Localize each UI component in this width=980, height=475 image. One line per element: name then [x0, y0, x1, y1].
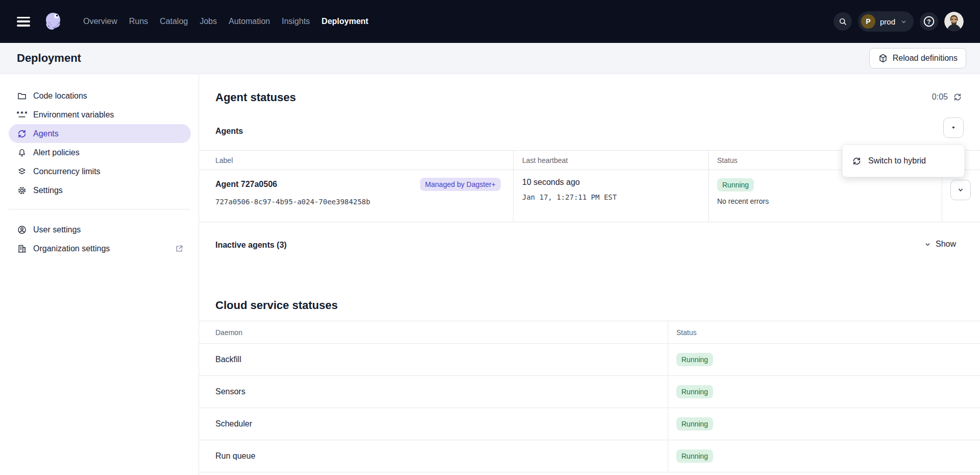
daemon-name: Scheduler	[199, 419, 668, 429]
cloud-table-header: Daemon Status	[199, 321, 980, 344]
daemon-status-badge: Running	[676, 449, 713, 463]
sidebar-item-agents[interactable]: Agents	[9, 124, 191, 143]
dagster-deployment-page: Overview Runs Catalog Jobs Automation In…	[0, 0, 980, 475]
refresh-countdown: 0:05	[932, 92, 948, 102]
deployment-initial-badge: P	[861, 14, 875, 29]
agents-actions-menu-button[interactable]	[943, 117, 964, 138]
daemon-name: Backfill	[199, 355, 668, 364]
agent-row: Agent 727a0506 Managed by Dagster+ 727a0…	[199, 170, 980, 222]
nav-link-overview[interactable]: Overview	[83, 17, 117, 26]
svg-text:?: ?	[927, 18, 930, 26]
column-header-label: Label	[199, 151, 513, 170]
agent-status-badge: Running	[717, 178, 754, 192]
menu-item-switch-to-hybrid[interactable]: Switch to hybrid	[843, 145, 964, 177]
sidebar-item-label: Code locations	[33, 91, 87, 101]
agents-actions-dropdown: Switch to hybrid	[842, 145, 965, 177]
codebase-cube-icon	[878, 53, 888, 63]
sidebar-item-label: Settings	[33, 186, 63, 195]
inactive-agents-heading: Inactive agents (3)	[215, 241, 287, 250]
chevron-down-icon	[924, 241, 932, 248]
agent-icon	[17, 129, 27, 139]
refresh-icon[interactable]	[953, 92, 962, 102]
sidebar-item-organization-settings[interactable]: Organization settings	[9, 239, 191, 258]
nav-link-insights[interactable]: Insights	[282, 17, 310, 26]
show-label: Show	[936, 240, 956, 249]
sidebar-item-label: Organization settings	[33, 244, 110, 253]
sidebar-item-label: Concurrency limits	[33, 167, 101, 176]
navbar-right-cluster: P prod ?	[834, 0, 964, 43]
page-title: Deployment	[17, 52, 81, 65]
daemon-name: Sensors	[199, 387, 668, 396]
sidebar-item-label: Alert policies	[33, 148, 80, 157]
sidebar-item-label: Environment variables	[33, 110, 114, 120]
daemon-row-backfill: Backfill Running	[199, 344, 980, 376]
user-icon	[17, 225, 27, 235]
dagster-logo-icon[interactable]	[42, 10, 65, 33]
hamburger-menu-icon[interactable]	[17, 17, 30, 27]
bell-icon	[17, 148, 27, 158]
sidebar-item-alert-policies[interactable]: Alert policies	[9, 143, 191, 162]
sidebar-item-code-locations[interactable]: Code locations	[9, 86, 191, 105]
agent-row-menu-button[interactable]	[950, 180, 971, 200]
daemon-row-run-queue: Run queue Running	[199, 440, 980, 472]
agent-name: Agent 727a0506	[215, 180, 277, 189]
user-avatar[interactable]	[944, 12, 964, 31]
sidebar-item-concurrency-limits[interactable]: Concurrency limits	[9, 162, 191, 181]
search-icon	[838, 17, 847, 26]
deployment-name: prod	[880, 17, 895, 26]
daemon-status-badge: Running	[676, 353, 713, 366]
column-header-status: Status	[668, 321, 980, 343]
sidebar-divider	[9, 209, 190, 209]
column-header-daemon: Daemon	[199, 328, 668, 337]
cloud-service-statuses-title: Cloud service statuses	[215, 299, 338, 312]
nav-link-deployment[interactable]: Deployment	[322, 17, 369, 26]
agent-statuses-title: Agent statuses	[215, 91, 296, 104]
nav-link-automation[interactable]: Automation	[229, 17, 270, 26]
building-icon	[17, 244, 27, 254]
sidebar-item-label: Agents	[33, 129, 59, 138]
cloud-services-table: Daemon Status Backfill Running Sensors R…	[199, 321, 980, 472]
gear-icon	[17, 185, 27, 196]
refresh-timer: 0:05	[932, 92, 962, 102]
user-avatar-photo	[944, 12, 964, 31]
help-icon: ?	[922, 15, 936, 28]
reload-definitions-button[interactable]: Reload definitions	[869, 48, 966, 68]
primary-nav: Overview Runs Catalog Jobs Automation In…	[83, 17, 369, 26]
chevron-down-icon	[957, 186, 965, 194]
help-button[interactable]: ?	[920, 12, 938, 31]
deployment-switcher[interactable]: P prod	[858, 11, 914, 32]
agent-icon	[852, 156, 862, 166]
nav-link-catalog[interactable]: Catalog	[160, 17, 188, 26]
daemon-row-scheduler: Scheduler Running	[199, 408, 980, 440]
nav-link-runs[interactable]: Runs	[129, 17, 148, 26]
daemon-row-sensors: Sensors Running	[199, 376, 980, 408]
chevron-down-icon	[900, 18, 908, 26]
main-content: Agent statuses 0:05 Agents Label Last he…	[199, 74, 980, 475]
sidebar-item-user-settings[interactable]: User settings	[9, 220, 191, 239]
agent-id: 727a0506-8c97-4b95-a024-70ee3984258b	[215, 198, 513, 206]
managed-badge: Managed by Dagster+	[420, 178, 501, 191]
nav-link-jobs[interactable]: Jobs	[200, 17, 217, 26]
daemon-status-badge: Running	[676, 417, 713, 431]
column-header-heartbeat: Last heartbeat	[513, 151, 708, 170]
show-inactive-toggle[interactable]: Show	[924, 240, 956, 249]
top-navbar: Overview Runs Catalog Jobs Automation In…	[0, 0, 980, 43]
reload-definitions-label: Reload definitions	[893, 54, 958, 63]
sidebar-item-settings[interactable]: Settings	[9, 181, 191, 200]
caret-down-icon	[949, 124, 958, 132]
agent-status-note: No recent errors	[717, 197, 942, 205]
external-link-icon	[175, 244, 184, 253]
sidebar-item-environment-variables[interactable]: *** Environment variables	[9, 105, 191, 124]
menu-item-label: Switch to hybrid	[868, 156, 926, 165]
heartbeat-absolute: Jan 17, 1:27:11 PM EST	[522, 193, 708, 201]
daemon-status-badge: Running	[676, 385, 713, 398]
search-button[interactable]	[834, 12, 852, 31]
deployment-sidebar: Code locations *** Environment variables…	[0, 74, 199, 475]
sidebar-item-label: User settings	[33, 225, 81, 234]
agents-subheading: Agents	[215, 127, 243, 136]
env-vars-icon: ***	[17, 110, 27, 120]
page-header: Deployment Reload definitions	[0, 43, 980, 74]
daemon-name: Run queue	[199, 452, 668, 461]
folder-icon	[17, 91, 27, 101]
layers-icon	[17, 167, 27, 177]
